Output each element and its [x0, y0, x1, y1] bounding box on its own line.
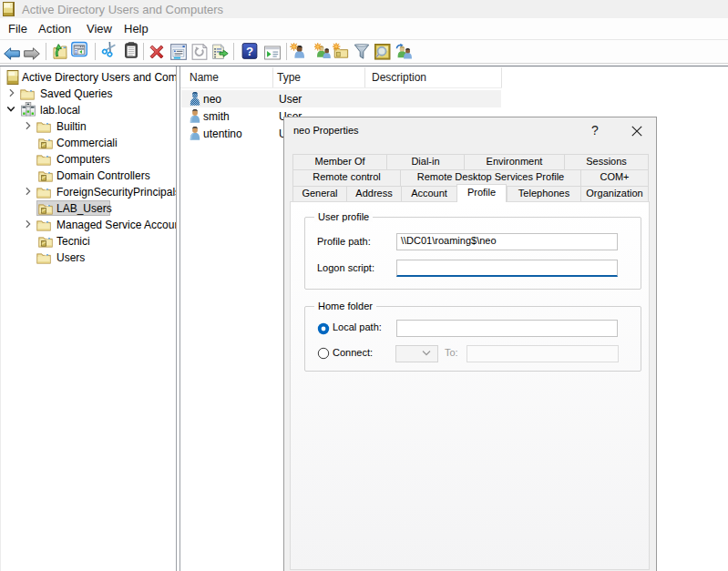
svg-text:?: ?: [246, 45, 253, 58]
